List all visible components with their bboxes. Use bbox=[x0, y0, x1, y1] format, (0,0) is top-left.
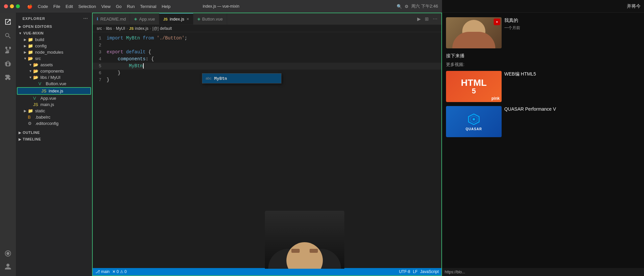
tree-item-src[interactable]: ▼ 📂 src bbox=[16, 55, 92, 62]
tree-item-label: libs / MyUI bbox=[40, 75, 92, 80]
open-editors-arrow: ▶ bbox=[19, 25, 22, 28]
tree-item-libs-myui[interactable]: ▼ 📂 libs / MyUI bbox=[16, 74, 92, 81]
tree-item-config[interactable]: ▶ 📁 config bbox=[16, 43, 92, 49]
tree-item-babelrc[interactable]: ▶ B .babelrc bbox=[16, 114, 92, 120]
tree-item-assets[interactable]: ▼ 📂 assets bbox=[16, 62, 92, 68]
new-file-icon[interactable]: ⋯ bbox=[83, 16, 88, 21]
tab-close-icon[interactable]: ✕ bbox=[186, 17, 189, 21]
tab-readme[interactable]: ℹ README.md bbox=[93, 13, 130, 25]
open-editors-section[interactable]: ▶ OPEN EDITORS bbox=[16, 23, 92, 30]
arrow-icon: ▼ bbox=[28, 69, 33, 73]
warning-number: 0 bbox=[124, 269, 127, 274]
language-status[interactable]: JavaScript bbox=[420, 269, 439, 274]
pink-label: pink bbox=[491, 96, 500, 101]
tree-item-build[interactable]: ▶ 📁 build bbox=[16, 36, 92, 43]
tab-indexjs-label: index.js bbox=[170, 17, 184, 22]
breadcrumb-libs[interactable]: libs bbox=[106, 26, 112, 31]
tree-item-button-vue[interactable]: ▶ V Button.vue bbox=[16, 81, 92, 87]
tree-item-label: index.js bbox=[49, 88, 90, 93]
breadcrumb-default[interactable]: default bbox=[160, 26, 172, 31]
video-info-1: 我真的 一个月前 bbox=[504, 17, 640, 48]
settings-icon[interactable]: ⚙ bbox=[405, 4, 409, 9]
menu-terminal[interactable]: Terminal bbox=[140, 4, 156, 9]
menu-help[interactable]: Help bbox=[162, 4, 171, 9]
maximize-button[interactable] bbox=[16, 4, 20, 8]
menu-code[interactable]: Code bbox=[38, 4, 48, 9]
arrow-icon: ▶ bbox=[23, 109, 28, 113]
project-section[interactable]: ▼ VUE-MIXIN bbox=[16, 30, 92, 36]
autocomplete-item-mybtn[interactable]: abc MyBtn bbox=[202, 74, 281, 83]
breadcrumb-sep2: › bbox=[113, 26, 115, 31]
video-list: ● 我真的 一个月前 接下来播 更多视频: HTML 5 pink WEB编 H… bbox=[442, 13, 644, 268]
remote-activity-icon[interactable] bbox=[1, 247, 15, 260]
html5-badge: HTML bbox=[461, 78, 487, 87]
tree-item-static[interactable]: ▶ 📁 static bbox=[16, 108, 92, 114]
thumb-html: HTML 5 pink bbox=[446, 71, 502, 102]
quasar-label: QUASAR bbox=[466, 127, 482, 131]
vscode-body: EXPLORER ⋯ ▶ OPEN EDITORS ▼ VUE-MIXIN ▶ … bbox=[0, 13, 442, 276]
git-branch[interactable]: ⎇ main bbox=[95, 269, 110, 274]
error-count[interactable]: ✕ 0 ⚠ 0 bbox=[112, 269, 126, 274]
search-icon[interactable]: 🔍 bbox=[397, 4, 402, 9]
line-content-2 bbox=[107, 42, 441, 49]
menu-run[interactable]: Run bbox=[127, 4, 135, 9]
folder-icon: 📁 bbox=[28, 50, 34, 55]
sidebar-header: EXPLORER ⋯ bbox=[16, 13, 92, 23]
menu-view[interactable]: View bbox=[101, 4, 111, 9]
menu-file[interactable]: File bbox=[53, 4, 60, 9]
video-card-html[interactable]: HTML 5 pink WEB编 HTML5 bbox=[442, 69, 644, 104]
video-card-quasar[interactable]: QUASAR QUASAR Performance V bbox=[442, 104, 644, 139]
menu-selection[interactable]: Selection bbox=[78, 4, 96, 9]
tree-item-components[interactable]: ▼ 📂 components bbox=[16, 68, 92, 74]
video-card-1[interactable]: ● 我真的 一个月前 bbox=[442, 15, 644, 50]
extensions-activity-icon[interactable] bbox=[1, 71, 15, 84]
search-activity-icon[interactable] bbox=[1, 29, 15, 42]
run-icon[interactable]: ▶ bbox=[416, 15, 422, 23]
minimize-button[interactable] bbox=[10, 4, 14, 8]
autocomplete-name: MyBtn bbox=[214, 75, 227, 82]
arrow-icon: ▼ bbox=[28, 76, 33, 79]
encoding-status[interactable]: UTF-8 bbox=[399, 269, 410, 274]
language-label: JavaScript bbox=[420, 269, 439, 274]
tree-item-label: assets bbox=[40, 62, 92, 67]
tab-appvue[interactable]: ◈ App.vue bbox=[130, 13, 159, 25]
menu-edit[interactable]: Edit bbox=[66, 4, 73, 9]
debug-activity-icon[interactable] bbox=[1, 57, 15, 70]
no-arrow: ▶ bbox=[28, 96, 33, 100]
breadcrumb: src › libs › MyUI › JS index.js › [@] de… bbox=[93, 25, 441, 32]
tab-indexjs[interactable]: JS index.js ✕ bbox=[159, 13, 193, 25]
js-icon: JS bbox=[33, 102, 39, 107]
tree-item-label: .babelrc bbox=[35, 115, 92, 120]
explorer-activity-icon[interactable] bbox=[1, 15, 15, 28]
tab-buttonvue[interactable]: ◈ Button.vue bbox=[193, 13, 227, 25]
breadcrumb-src[interactable]: src bbox=[97, 26, 102, 31]
menu-go[interactable]: Go bbox=[116, 4, 122, 9]
tree-item-index-js[interactable]: ▶ JS index.js bbox=[18, 88, 90, 94]
project-label: VUE-MIXIN bbox=[23, 31, 43, 35]
outline-section[interactable]: ▶ OUTLINE bbox=[16, 129, 92, 136]
title-bar: 🍎 Code File Edit Selection View Go Run T… bbox=[0, 0, 442, 13]
activity-bar bbox=[0, 13, 16, 276]
url-bar: https://blo... bbox=[442, 268, 644, 276]
code-line-2: 2 bbox=[93, 42, 441, 49]
tree-item-app-vue[interactable]: ▶ V App.vue bbox=[16, 95, 92, 101]
apple-menu[interactable]: 🍎 bbox=[27, 4, 32, 9]
tree-item-editorconfig[interactable]: ▶ ⚙ .editorconfig bbox=[16, 120, 92, 127]
split-editor-icon[interactable]: ⊞ bbox=[423, 15, 430, 23]
outline-label: OUTLINE bbox=[23, 131, 40, 135]
tree-item-main-js[interactable]: ▶ JS main.js bbox=[16, 101, 92, 108]
window-title: index.js — vue-mixin bbox=[203, 4, 239, 9]
breadcrumb-indexjs[interactable]: index.js bbox=[135, 26, 148, 31]
timeline-section[interactable]: ▶ TIMELINE bbox=[16, 136, 92, 142]
code-line-1: 1 import MyBtn from './Button'; bbox=[93, 35, 441, 42]
breadcrumb-myui[interactable]: MyUI bbox=[116, 26, 125, 31]
account-activity-icon[interactable] bbox=[1, 260, 15, 273]
html5-number: 5 bbox=[472, 87, 476, 95]
close-button[interactable] bbox=[4, 4, 8, 8]
tree-item-label: static bbox=[35, 108, 92, 113]
tree-item-node-modules[interactable]: ▶ 📁 node_modules bbox=[16, 49, 92, 55]
more-actions-icon[interactable]: ⋯ bbox=[431, 15, 439, 23]
autocomplete-dropdown[interactable]: abc MyBtn bbox=[202, 73, 281, 83]
line-ending-status[interactable]: LF bbox=[413, 269, 418, 274]
source-control-activity-icon[interactable] bbox=[1, 43, 15, 56]
